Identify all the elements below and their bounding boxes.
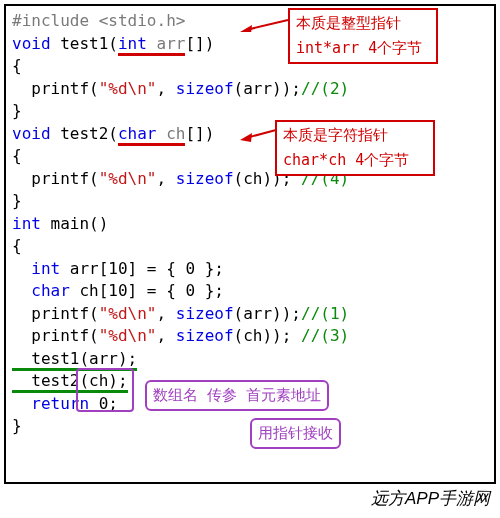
brackets: []) (185, 34, 214, 53)
keyword-sizeof: sizeof (176, 79, 234, 98)
string-literal: "%d\n" (99, 304, 157, 323)
param-ch: ch (157, 124, 186, 146)
svg-line-0 (246, 20, 288, 30)
string-literal: "%d\n" (99, 326, 157, 345)
type-char: char (118, 124, 157, 146)
comment: //(2) (301, 79, 349, 98)
annotation-text: char*ch 4个字节 (283, 150, 427, 171)
annotation-text: 本质是字符指针 (283, 125, 427, 146)
arrow-icon (238, 124, 278, 144)
string-literal: "%d\n" (99, 169, 157, 188)
code-line: { (12, 235, 488, 258)
param-arr: arr (147, 34, 186, 56)
preprocessor: #include <stdio.h> (12, 11, 185, 30)
keyword-sizeof: sizeof (176, 169, 234, 188)
func-name: test2( (51, 124, 118, 143)
svg-marker-1 (240, 25, 252, 32)
code-line: char ch[10] = { 0 }; (12, 280, 488, 303)
watermark-text: 远方APP手游网 (371, 487, 490, 510)
code-line: } (12, 190, 488, 213)
code-line: printf("%d\n", sizeof(arr));//(2) (12, 78, 488, 101)
annotation-char-pointer: 本质是字符指针 char*ch 4个字节 (275, 120, 435, 176)
keyword-sizeof: sizeof (176, 304, 234, 323)
annotation-text: 用指针接收 (258, 424, 333, 442)
annotation-array-param: 数组名 传参 首元素地址 (145, 380, 329, 411)
func-main: main() (41, 214, 108, 233)
brackets: []) (185, 124, 214, 143)
type-char: char (31, 281, 70, 300)
annotation-text: 本质是整型指针 (296, 13, 430, 34)
type-int: int (118, 34, 147, 56)
keyword: void (12, 124, 51, 143)
keyword-sizeof: sizeof (176, 326, 234, 345)
func-name: test1( (51, 34, 118, 53)
keyword: void (12, 34, 51, 53)
arrow-icon (238, 12, 290, 32)
annotation-text: int*arr 4个字节 (296, 38, 430, 59)
code-line: printf("%d\n", sizeof(arr));//(1) (12, 303, 488, 326)
bracket-args (76, 368, 134, 412)
string-literal: "%d\n" (99, 79, 157, 98)
code-line: int arr[10] = { 0 }; (12, 258, 488, 281)
annotation-int-pointer: 本质是整型指针 int*arr 4个字节 (288, 8, 438, 64)
type-int: int (31, 259, 60, 278)
code-line: test1(arr); (12, 348, 488, 371)
svg-marker-3 (240, 133, 252, 142)
comment: //(3) (301, 326, 349, 345)
annotation-pointer-receive: 用指针接收 (250, 418, 341, 449)
code-container: #include <stdio.h> void test1(int arr[])… (4, 4, 496, 484)
code-line: int main() (12, 213, 488, 236)
comment: //(1) (301, 304, 349, 323)
type-int: int (12, 214, 41, 233)
annotation-text: 数组名 传参 首元素地址 (153, 386, 321, 404)
code-line: printf("%d\n", sizeof(ch)); //(3) (12, 325, 488, 348)
